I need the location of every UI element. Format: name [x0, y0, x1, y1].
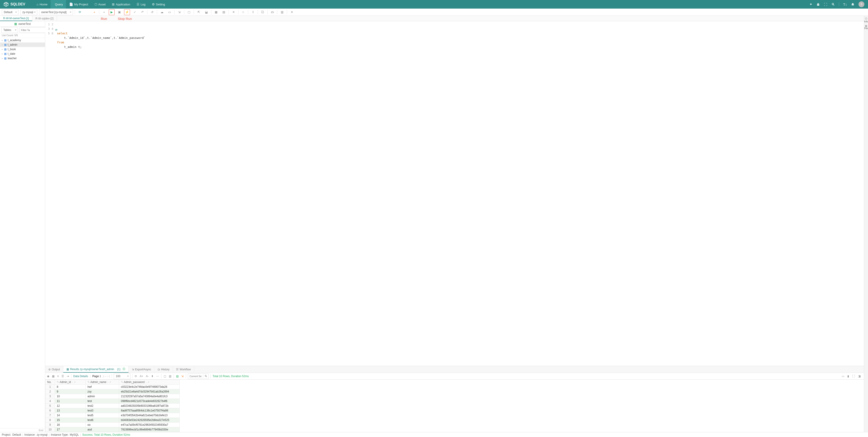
cell-admin-id[interactable]: 9	[55, 389, 86, 394]
save-icon[interactable]: ▭	[166, 9, 173, 15]
nav-setting[interactable]: ⚙Setting	[149, 0, 168, 8]
cell-admin-name[interactable]: test3	[86, 408, 119, 413]
sql-editor[interactable]: 1 2 3 4 5 6 select t.`Admin_id`,t.`Admin…	[45, 21, 868, 366]
cell-admin-name[interactable]: test5	[86, 413, 119, 418]
more-icon[interactable]: ⋯	[156, 374, 159, 378]
tab-results[interactable]: ▦Results zy-mysql/ownerTest/t_admin (1)ⓧ	[63, 366, 129, 373]
cell-admin-name[interactable]: test2	[86, 404, 119, 408]
cell-admin-id[interactable]: 17	[55, 427, 86, 432]
col-header-admin-name[interactable]: ✎ Admin_name↓ 📌︎	[86, 380, 119, 384]
schema-select[interactable]: ownerTest [zy-mysql]	[39, 9, 73, 15]
cell-admin-id[interactable]: 10	[55, 394, 86, 399]
avatar[interactable]: S	[859, 1, 864, 7]
table-row[interactable]: 815test6b04083e53e242626595e2b8ea327e525	[45, 418, 180, 423]
data-details-link[interactable]: Data Details	[73, 375, 90, 378]
ai-icon[interactable]: ✦	[809, 2, 812, 6]
add-tab-icon[interactable]: ＋	[91, 9, 97, 15]
export-grid-icon[interactable]: ⇲	[181, 374, 184, 378]
cell-admin-name[interactable]: zsy	[86, 389, 119, 394]
nav-asset[interactable]: ⬡Asset	[91, 0, 109, 8]
upload-icon[interactable]: ⇪	[250, 9, 256, 15]
font-decrease-icon[interactable]: A-	[145, 374, 149, 378]
run-button[interactable]: ▶	[109, 9, 115, 15]
tree-item-teacher[interactable]: ▸▦teacher	[0, 56, 45, 61]
grid-search-input[interactable]	[188, 375, 203, 378]
snippet-b-icon[interactable]: ▤	[221, 9, 227, 15]
collapse-icon[interactable]: ⇥	[66, 374, 69, 378]
table-row[interactable]: 310admin21232f297a57a5a743894a0e4a801fc3	[45, 394, 180, 399]
cell-admin-password[interactable]: ad0234829205b9033196ba818f7a872b	[119, 404, 180, 408]
align-wide-icon[interactable]: ☰	[61, 374, 64, 378]
nav-my-project[interactable]: 📄My Project	[66, 0, 91, 8]
cell-admin-name[interactable]: test	[86, 399, 119, 404]
cell-admin-name[interactable]: asd	[86, 427, 119, 432]
col-header-admin-password[interactable]: ✎ Admin_password↓ 📌︎	[119, 380, 180, 384]
cell-admin-name[interactable]: hwf	[86, 384, 119, 389]
brand-logo[interactable]: SQLDEV	[4, 2, 25, 7]
copy-cell-icon[interactable]: ▤	[176, 374, 179, 378]
snippet-a-icon[interactable]: ▦	[213, 9, 219, 15]
rollback-icon[interactable]: ↶	[140, 9, 145, 15]
cell-admin-password[interactable]: e47ca7a09cf6781e29634502345930a7	[119, 423, 180, 427]
history-icon[interactable]: ↺	[149, 9, 155, 15]
cell-admin-id[interactable]: 15	[55, 418, 86, 423]
table-row[interactable]: 29zsyeb25d21e8a4d7dc52947b61ab26a2694	[45, 389, 180, 394]
project-select[interactable]: Default	[2, 9, 19, 15]
close-results-icon[interactable]: ⓧ	[123, 367, 125, 371]
table-row[interactable]: 916ooe47ca7a09cf6781e29634502345930a7	[45, 423, 180, 427]
dock-icon[interactable]: ◨	[858, 374, 861, 378]
instance-select[interactable]: zy-mysql	[20, 9, 37, 15]
tree-item-t_academy[interactable]: ▸▦t_academy	[0, 38, 45, 42]
tree-item-t_date[interactable]: ▸▦t_date	[0, 52, 45, 56]
cell-admin-password[interactable]: 098f6bcd4621d373cade4e832627b4f6	[119, 399, 180, 404]
rail-info[interactable]: ⓘInfo	[864, 17, 868, 23]
nav-application[interactable]: ⊞Application	[109, 0, 133, 8]
cell-admin-name[interactable]: admin	[86, 394, 119, 399]
pager-next-icon[interactable]: ›	[107, 375, 107, 378]
font-increase-icon[interactable]: A+	[139, 374, 144, 378]
row-height-icon[interactable]: ⬍	[151, 374, 154, 378]
tree-item-t_admin[interactable]: ▸▦t_admin	[0, 42, 45, 47]
stop-run-button[interactable]: ⚡	[124, 9, 130, 15]
expand-icon[interactable]: ⛶	[852, 374, 855, 378]
format-icon[interactable]: ✕	[230, 9, 237, 15]
cell-admin-password[interactable]: eb25d21e8a4d7dc52947b61ab26a2694	[119, 389, 180, 394]
view-chart-icon[interactable]: ▮	[847, 374, 849, 378]
tools-icon[interactable]: ✕	[289, 9, 295, 15]
toggle-wrap-icon[interactable]: ▦	[52, 374, 55, 378]
lock-icon[interactable]: 🔒︎	[816, 2, 820, 6]
table-row[interactable]: 512test2ad0234829205b9033196ba818f7a872b	[45, 404, 180, 408]
cell-admin-password[interactable]: 8ad8757baa8564dc136c1e07507f4a98	[119, 408, 180, 413]
cell-admin-name[interactable]: oo	[86, 423, 119, 427]
pager-first-icon[interactable]: |‹	[103, 375, 104, 378]
grid-lines-icon[interactable]: ▥	[168, 374, 172, 378]
cell-admin-password[interactable]: e3d704f3542b44a621ebed70dc0efe13	[119, 413, 180, 418]
cell-admin-id[interactable]: 11	[55, 399, 86, 404]
grid-search-button[interactable]: 🔍︎	[203, 375, 209, 378]
copy-icon[interactable]: ⿻	[260, 9, 266, 15]
fullscreen-icon[interactable]: ⛶	[824, 2, 827, 6]
rail-file[interactable]: ▤File	[864, 25, 868, 30]
import-b-icon[interactable]: ⬓	[204, 9, 209, 15]
table-row[interactable]: 411test098f6bcd4621d373cade4e832627b4f6	[45, 399, 180, 404]
refresh-icon[interactable]: ⟳	[77, 9, 83, 15]
cell-admin-id[interactable]: 14	[55, 413, 86, 418]
cell-admin-password[interactable]: 7815696ecbf1c96e6894b779456d330e	[119, 427, 180, 432]
layout-icon[interactable]: ▥	[279, 9, 285, 15]
rows-per-page-select[interactable]: 100	[114, 373, 130, 379]
cell-admin-password[interactable]: c03223e4c2e74fdac0e5f7469073da26	[119, 384, 180, 389]
cell-admin-id[interactable]: 16	[55, 423, 86, 427]
pager-prev-icon[interactable]: ‹	[105, 375, 106, 378]
pager-last-icon[interactable]: ›|	[108, 375, 110, 378]
table-row[interactable]: 714test5e3d704f3542b44a621ebed70dc0efe13	[45, 413, 180, 418]
col-header-admin-id[interactable]: ✎ Admin_id↓ 📌︎	[55, 380, 86, 384]
import-a-icon[interactable]: ⇱	[196, 9, 202, 15]
plus-small-icon[interactable]: ＋	[101, 9, 107, 15]
eye-icon[interactable]: ◉	[46, 374, 50, 378]
editor-code[interactable]: select t.`Admin_id`,t.`Admin_name`,t.`Ad…	[55, 21, 868, 366]
nav-query[interactable]: Query	[51, 0, 66, 8]
table-row[interactable]: 613test38ad8757baa8564dc136c1e07507f4a98	[45, 408, 180, 413]
result-grid[interactable]: No. ✎ Admin_id↓ 📌︎ ✎ Admin_name↓ 📌︎ ✎ Ad…	[45, 380, 868, 432]
commit-icon[interactable]: ✓	[132, 9, 138, 15]
refresh-results-icon[interactable]: ⟳	[134, 374, 137, 378]
